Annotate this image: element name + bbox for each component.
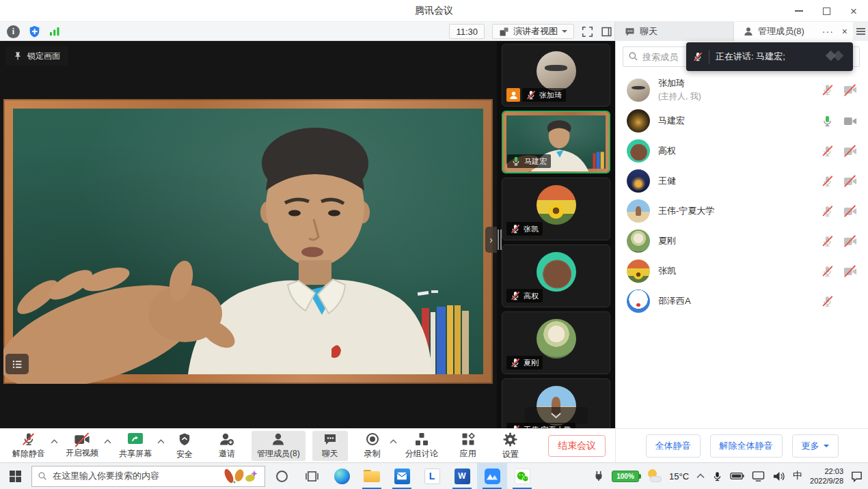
more-options-icon[interactable]: ··· <box>822 26 834 37</box>
camera-status-icon[interactable] <box>843 266 857 277</box>
more-button[interactable]: 更多 <box>792 434 839 458</box>
video-thumbnail[interactable]: 张加琦 <box>502 44 610 107</box>
plug-icon[interactable] <box>593 471 604 481</box>
network-signal-icon[interactable] <box>49 27 60 36</box>
mic-status-icon[interactable] <box>822 206 833 217</box>
close-icon[interactable]: × <box>847 5 860 17</box>
task-view-button[interactable] <box>297 463 327 489</box>
fullscreen-icon[interactable] <box>582 26 593 38</box>
tab-chat-label: 聊天 <box>640 25 657 38</box>
mic-status-icon[interactable] <box>822 296 833 307</box>
avatar <box>537 51 576 91</box>
mic-status-icon[interactable] <box>822 176 833 187</box>
breakout-icon <box>415 432 429 446</box>
battery-percent-widget[interactable]: 100% <box>612 471 639 482</box>
share-options-chevron[interactable] <box>156 431 165 461</box>
shield-icon[interactable] <box>29 25 40 38</box>
security-button[interactable]: 安全 <box>167 431 202 461</box>
expand-filmstrip-button[interactable] <box>525 407 588 424</box>
share-screen-button[interactable]: 共享屏幕 <box>113 431 157 461</box>
minimize-icon[interactable] <box>793 5 805 17</box>
member-name: 张凯 <box>658 265 676 277</box>
weather-icon[interactable] <box>647 469 662 483</box>
info-icon[interactable]: i <box>7 25 20 38</box>
member-name: 高权 <box>658 145 676 157</box>
tencent-meeting-button[interactable] <box>477 463 507 489</box>
unmute-all-button[interactable]: 解除全体静音 <box>710 434 783 458</box>
camera-status-icon[interactable] <box>843 85 857 95</box>
camera-status-icon[interactable] <box>843 176 857 186</box>
start-button[interactable] <box>0 463 30 489</box>
tray-display-icon[interactable] <box>752 471 765 482</box>
taskbar-search[interactable]: 在这里输入你要搜索的内容 <box>31 466 265 487</box>
wechat-button[interactable] <box>507 463 537 489</box>
mic-status-icon[interactable] <box>822 236 833 247</box>
panel-tabs: 聊天 管理成员(8) ··· × <box>614 22 868 41</box>
record-options-chevron[interactable] <box>389 431 398 461</box>
tab-chat[interactable]: 聊天 <box>615 22 734 41</box>
member-row[interactable]: 张加琦 (主持人, 我) <box>616 74 868 106</box>
unmute-options-chevron[interactable] <box>49 431 59 461</box>
pin-view-button[interactable]: 锁定画面 <box>5 46 68 66</box>
windows-taskbar: 在这里输入你要搜索的内容 L W 100% 15°C 中 22:03 2022/… <box>0 462 868 489</box>
member-row[interactable]: 邵泽西A <box>616 286 868 316</box>
edge-button[interactable] <box>327 463 357 489</box>
member-row[interactable]: 高权 <box>616 136 868 166</box>
mic-status-icon[interactable] <box>822 266 833 277</box>
member-row[interactable]: 夏刚 <box>616 226 868 256</box>
camera-status-icon[interactable] <box>843 116 857 126</box>
windows-logo-icon <box>10 471 21 482</box>
temperature[interactable]: 15°C <box>669 471 689 481</box>
manage-members-button[interactable]: 管理成员(8) <box>252 431 306 461</box>
apps-button[interactable]: 应用 <box>450 431 486 461</box>
video-thumbnail-speaking[interactable]: 马建宏 <box>502 111 610 173</box>
video-options-chevron[interactable] <box>103 431 112 461</box>
video-thumbnail[interactable]: 张凯 <box>502 178 610 240</box>
end-meeting-button[interactable]: 结束会议 <box>548 435 606 457</box>
video-thumbnail[interactable]: 王伟-宁夏大学 <box>502 378 610 428</box>
camera-status-icon[interactable] <box>843 236 857 247</box>
lenovo-app-button[interactable]: L <box>417 463 447 489</box>
video-thumbnail[interactable]: 夏刚 <box>502 311 610 374</box>
mic-status-icon[interactable] <box>822 145 833 157</box>
word-button[interactable]: W <box>447 463 477 489</box>
meeting-time[interactable]: 11:30 <box>449 24 485 39</box>
collapse-filmstrip-handle[interactable]: › <box>485 227 497 253</box>
tab-members[interactable]: 管理成员(8) ··· × <box>734 22 853 41</box>
member-row[interactable]: 王伟-宁夏大学 <box>616 196 868 226</box>
ime-indicator[interactable]: 中 <box>793 470 802 482</box>
tray-mic-icon[interactable] <box>712 471 722 481</box>
mute-all-button[interactable]: 全体静音 <box>646 434 701 458</box>
member-row[interactable]: 马建宏 <box>616 106 868 136</box>
breakout-rooms-button[interactable]: 分组讨论 <box>400 431 444 461</box>
meeting-controls: 解除静音 开启视频 共享屏幕 安全 邀请 <box>0 429 615 463</box>
settings-button[interactable]: 设置 <box>493 431 528 461</box>
tray-battery-icon[interactable] <box>730 472 744 480</box>
action-center-icon[interactable] <box>851 471 863 482</box>
mic-status-icon[interactable] <box>822 115 833 127</box>
mic-status-icon[interactable] <box>822 84 833 96</box>
maximize-icon[interactable] <box>820 5 832 17</box>
video-thumbnail[interactable]: 高权 <box>502 244 610 307</box>
side-panel-icon[interactable] <box>601 26 612 38</box>
camera-status-icon[interactable] <box>843 206 857 216</box>
tray-chevron-up-icon[interactable] <box>696 473 705 479</box>
tray-speaker-icon[interactable] <box>772 471 785 482</box>
caption-list-button[interactable] <box>5 354 29 374</box>
close-panel-icon[interactable]: × <box>842 26 847 37</box>
menu-icon[interactable] <box>853 22 868 41</box>
unmute-button[interactable]: 解除静音 <box>7 431 51 461</box>
mail-button[interactable] <box>387 463 417 489</box>
camera-status-icon[interactable] <box>843 146 857 156</box>
taskbar-clock[interactable]: 22:03 2022/9/28 <box>810 466 843 486</box>
member-row[interactable]: 张凯 <box>616 256 868 286</box>
start-video-button[interactable]: 开启视频 <box>60 431 104 461</box>
invite-button[interactable]: 邀请 <box>209 431 245 461</box>
chat-button[interactable]: 聊天 <box>312 431 348 461</box>
mic-muted-icon <box>511 224 520 234</box>
view-mode-dropdown[interactable]: 演讲者视图 <box>492 24 574 39</box>
file-explorer-button[interactable] <box>357 463 387 489</box>
member-row[interactable]: 王健 <box>616 166 868 196</box>
record-button[interactable]: 录制 <box>355 431 390 461</box>
cortana-button[interactable] <box>267 463 297 489</box>
